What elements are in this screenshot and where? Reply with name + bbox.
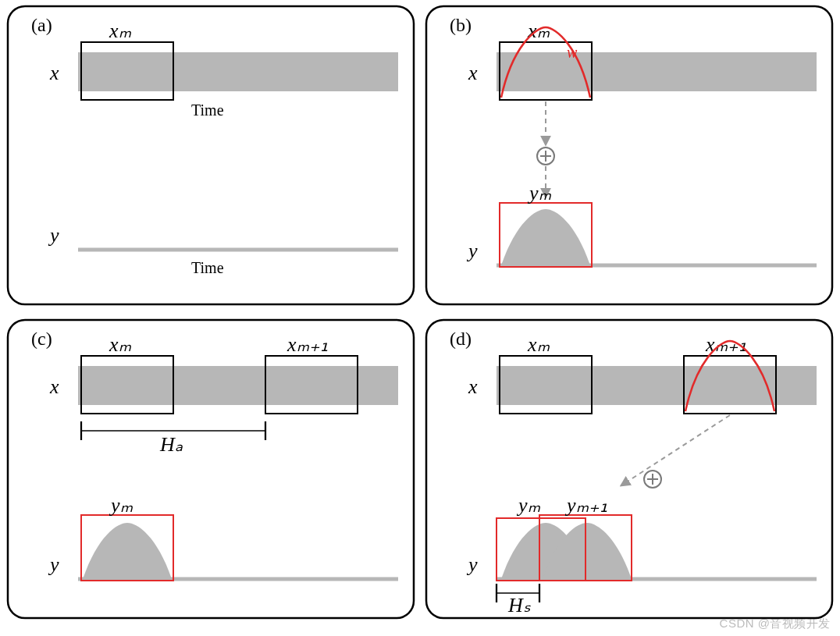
frame-xm1-label: xₘ₊₁ (287, 333, 328, 356)
circle-plus-icon (644, 471, 661, 488)
panel-b-frame (426, 6, 832, 304)
output-frame-ym-label: yₘ (109, 494, 133, 517)
panel-d: (d) x xₘ xₘ₊₁ y yₘ yₘ₊₁ Hₛ (450, 329, 817, 616)
output-bump-ym (83, 523, 172, 579)
y-axis-label: y (466, 240, 478, 262)
y-axis-label: y (48, 224, 59, 247)
panel-d-tag: (d) (450, 329, 472, 349)
output-frame-ym-label: yₘ (516, 494, 541, 517)
time-label-top: Time (191, 101, 224, 119)
panel-a-tag: (a) (31, 15, 52, 35)
figure-svg: (a) x xₘ Time y Time (b) x xₘ w y (0, 0, 840, 636)
signal-band-x (497, 366, 817, 405)
x-axis-label: x (468, 375, 478, 398)
x-axis-label: x (49, 62, 59, 84)
arrow-to-plus (621, 415, 730, 485)
hop-Ha-label: Hₐ (159, 433, 183, 456)
y-axis-label: y (48, 553, 59, 576)
frame-xm-label: xₘ (527, 20, 550, 42)
time-label-bottom: Time (191, 259, 224, 276)
hop-Hs-label: Hₛ (507, 594, 531, 616)
panel-a: (a) x xₘ Time y Time (31, 15, 398, 276)
panel-b: (b) x xₘ w y yₘ (450, 15, 817, 267)
frame-xm-label: xₘ (109, 333, 132, 356)
signal-band-x (78, 366, 398, 405)
panel-c-tag: (c) (31, 329, 52, 349)
x-axis-label: x (49, 375, 59, 398)
output-frame-ym-label: yₘ (527, 182, 552, 204)
frame-xm-label: xₘ (527, 333, 550, 356)
frame-xm-label: xₘ (109, 20, 132, 42)
signal-band-x (497, 52, 817, 91)
y-axis-label: y (466, 553, 478, 576)
signal-band-x (78, 52, 398, 91)
circle-plus-icon (537, 147, 554, 165)
panel-c-frame (8, 320, 414, 618)
panel-b-tag: (b) (450, 15, 472, 35)
output-frame-ym1-label: yₘ₊₁ (564, 494, 607, 517)
panel-c: (c) x xₘ xₘ₊₁ Hₐ y yₘ (31, 329, 398, 581)
x-axis-label: x (468, 62, 478, 84)
figure-container: CSDN @音视频开发 (a) x xₘ Time y Time (b) x x… (0, 0, 840, 636)
window-label: w (567, 44, 578, 61)
output-bump-ym (501, 209, 590, 265)
